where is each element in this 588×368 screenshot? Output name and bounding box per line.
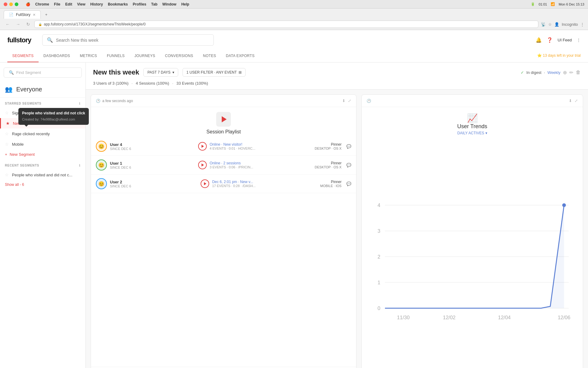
notifications-icon[interactable]: 🔔 [536, 37, 542, 43]
digest-label: In digest [526, 70, 541, 75]
close-button[interactable] [4, 2, 7, 6]
sidebar-item-signed-up[interactable]: ☆ Signed-up [0, 108, 85, 118]
sidebar-label-rage-clicked: Rage clicked recently [12, 132, 50, 136]
mac-edit[interactable]: Edit [65, 2, 72, 6]
user-row[interactable]: 😊 User 4 SINCE DEC 6 Online · New visito… [91, 137, 356, 156]
minimize-button[interactable] [9, 2, 13, 6]
download-icon[interactable]: ⬇ [342, 98, 345, 103]
trends-download-icon[interactable]: ⬇ [569, 98, 572, 103]
sidebar-everyone[interactable]: 👥 Everyone [0, 81, 85, 98]
edit-icon[interactable]: ✏ [569, 70, 573, 75]
play-button-user2[interactable] [201, 179, 209, 188]
mac-window[interactable]: Window [162, 2, 176, 6]
sidebar: 🔍 Find Segment 👥 Everyone STARRED SEGMEN… [0, 63, 86, 368]
sidebar-item-rage-clicked[interactable]: ☆ Rage clicked recently [0, 128, 85, 139]
everyone-label: Everyone [16, 86, 42, 93]
mac-apple: 🍎 [26, 2, 30, 6]
reload-button[interactable]: ↻ [24, 21, 32, 27]
segment-search[interactable]: 🔍 Find Segment [4, 67, 82, 78]
user4-session-sub: 4 EVENTS · 0:01 · HOVERC... [210, 147, 312, 150]
mac-chrome[interactable]: Chrome [35, 2, 49, 6]
tab-data-exports[interactable]: DATA EXPORTS [221, 50, 260, 62]
app-header-top: fullstory 🔍 🔔 ❓ UI Feed ⋮ [7, 30, 581, 50]
play-btn-triangle [202, 145, 204, 148]
digest-frequency[interactable]: Weekly [548, 70, 560, 75]
svg-text:0: 0 [378, 305, 380, 311]
play-button-user4[interactable] [198, 142, 207, 151]
help-icon[interactable]: ❓ [547, 37, 553, 43]
user4-session-link[interactable]: Online · New visitor! [210, 142, 312, 147]
tab-dashboards[interactable]: DASHBOARDS [39, 50, 75, 62]
chart-area: 4 3 2 1 0 11/30 12/02 12/04 12/06 [362, 138, 583, 368]
trends-expand-icon[interactable]: ⤢ [575, 98, 578, 103]
user1-session-link[interactable]: Online · 2 sessions [210, 161, 312, 165]
mac-history[interactable]: History [90, 2, 103, 6]
everyone-icon: 👥 [5, 86, 13, 93]
tab-title: FullStory [16, 13, 30, 17]
mac-profiles[interactable]: Profiles [133, 2, 146, 6]
user4-device-sub: DESKTOP · OS X [315, 147, 342, 150]
user1-device: Pinner DESKTOP · OS X [315, 161, 342, 169]
mac-view[interactable]: View [77, 2, 85, 6]
mac-file[interactable]: File [54, 2, 60, 6]
mac-tab[interactable]: Tab [151, 2, 157, 6]
tab-close-button[interactable]: ✕ [33, 13, 36, 17]
mac-bookmarks[interactable]: Bookmarks [108, 2, 128, 6]
tab-funnels[interactable]: FUNNELS [102, 50, 130, 62]
search-input[interactable] [56, 38, 209, 43]
sidebar-item-new-this-week[interactable]: ★ New this week [0, 118, 85, 128]
message-icon-3: 💬 [346, 182, 351, 186]
mac-help[interactable]: Help [181, 2, 189, 6]
tab-conversions[interactable]: CONVERSIONS [160, 50, 198, 62]
svg-text:2: 2 [378, 254, 380, 259]
tab-journeys[interactable]: JOURNEYS [130, 50, 160, 62]
more-menu-icon[interactable]: ⋮ [577, 38, 581, 42]
new-tab-button[interactable]: + [42, 10, 51, 19]
forward-button[interactable]: → [14, 21, 22, 27]
header-actions: 🔔 ❓ UI Feed ⋮ [536, 37, 581, 43]
play-button-user1[interactable] [198, 161, 207, 169]
more-options-icon[interactable]: ⋮ [580, 22, 584, 27]
tab-metrics[interactable]: METRICS [75, 50, 102, 62]
traffic-lights [4, 2, 18, 6]
maximize-button[interactable] [15, 2, 18, 6]
svg-point-15 [562, 203, 566, 207]
search-bar[interactable]: 🔍 [42, 34, 214, 46]
sidebar-item-people-visited[interactable]: ☆ People who visited and did not c... Pe… [0, 170, 85, 180]
ui-feed-button[interactable]: UI Feed [558, 38, 572, 42]
user-filter-button[interactable]: 1 USER FILTER · ANY EVENT ⊞ [183, 68, 246, 77]
events-stat: 33 Events (100%) [176, 81, 208, 86]
user-row[interactable]: 😊 User 2 SINCE DEC 6 Dec 6, 2:01 pm · Ne… [91, 174, 356, 193]
tab-notes[interactable]: NOTES [198, 50, 221, 62]
bookmark-star-icon[interactable]: ☆ [548, 22, 552, 27]
filter-settings-icon: ⊞ [239, 70, 242, 75]
user4-session: Online · New visitor! 4 EVENTS · 0:01 · … [210, 142, 312, 150]
sidebar-item-mobile[interactable]: ☆ Mobile [0, 139, 85, 149]
trends-title: User Trends [368, 123, 577, 130]
trends-card-actions: ⬇ ⤢ [569, 98, 578, 103]
nav-tabs: SEGMENTS DASHBOARDS METRICS FUNNELS JOUR… [7, 50, 259, 62]
expand-icon[interactable]: ⤢ [348, 98, 351, 103]
show-all-button[interactable]: Show all - 6 [0, 180, 85, 189]
copy-icon[interactable]: ⊕ [563, 70, 567, 75]
user1-device-sub: DESKTOP · OS X [315, 165, 342, 169]
new-segment-button[interactable]: + New Segment [0, 149, 85, 159]
browser-tab[interactable]: 📄 FullStory ✕ [4, 10, 41, 19]
date-filter-button[interactable]: PAST 7 DAYS ▾ [143, 68, 178, 77]
trends-chevron-icon: ▾ [485, 131, 487, 135]
message-icon-2: 💬 [346, 163, 351, 167]
starred-section-label: STARRED SEGMENTS [5, 102, 41, 105]
user2-session-link[interactable]: Dec 6, 2:01 pm · New v... [212, 180, 317, 184]
sessions-stat: 4 Sessions (100%) [136, 81, 169, 86]
playlist-play-icon[interactable] [216, 112, 231, 127]
tab-segments[interactable]: SEGMENTS [7, 50, 39, 62]
trends-sub[interactable]: DAILY ACTIVES ▾ [368, 131, 577, 135]
url-input[interactable]: 🔒 app.fullstory.com/ui/173GXJ/segments/n… [34, 21, 538, 28]
user-row[interactable]: 😊 User 1 SINCE DEC 6 Online · 2 sessions… [91, 156, 356, 174]
delete-icon[interactable]: 🗑 [576, 70, 581, 75]
logo[interactable]: fullstory [7, 36, 31, 44]
back-button[interactable]: ← [4, 21, 12, 27]
lock-icon: 🔒 [38, 23, 42, 26]
app-header: fullstory 🔍 🔔 ❓ UI Feed ⋮ SEGMENTS DASHB… [0, 30, 588, 63]
browser-chrome: 📄 FullStory ✕ + ← → ↻ 🔒 app.fullstory.co… [0, 9, 588, 30]
